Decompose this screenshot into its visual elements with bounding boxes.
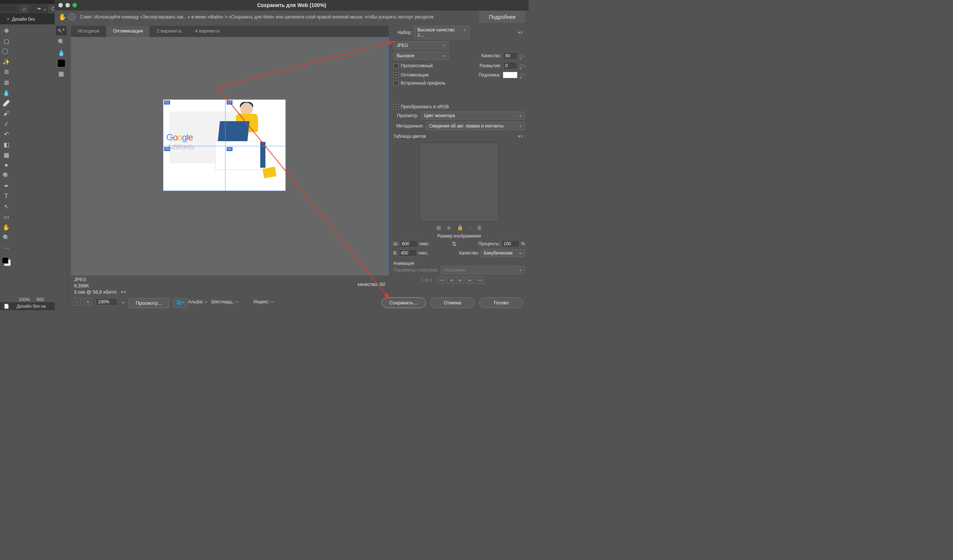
home-icon[interactable]: ⌂	[20, 5, 29, 13]
resample-select[interactable]: Бикубическая	[481, 249, 525, 257]
ct-icon[interactable]: ▫	[469, 224, 471, 230]
fg-color-swatch[interactable]	[2, 257, 8, 264]
preset-menu-icon[interactable]: ▾≡	[516, 30, 525, 35]
matte-swatch[interactable]	[503, 72, 518, 78]
first-frame-icon: ⏮	[438, 276, 445, 284]
eyedropper-tool-dlg[interactable]: 💧	[56, 48, 67, 58]
eyedropper-tool[interactable]: 💧	[2, 88, 11, 97]
frame-counter: 1 из 1	[421, 277, 433, 283]
zoom-out-icon[interactable]: −	[73, 298, 81, 305]
status-time: 3 сек @ 56,6 кбит/с	[74, 289, 117, 295]
slice-select-tool[interactable]: 🔍	[56, 37, 67, 46]
readout-hex: Шестнадц.: --	[211, 299, 238, 305]
slice-visibility-icon[interactable]: ▦	[56, 69, 67, 78]
tab-original[interactable]: Исходное	[71, 26, 106, 37]
done-button[interactable]: Готово	[479, 297, 523, 308]
type-tool[interactable]: T	[2, 191, 11, 201]
preset-select[interactable]: Высокое качество J…	[414, 26, 469, 39]
width-input[interactable]	[400, 240, 418, 248]
prev-frame-icon: ◀	[447, 276, 455, 284]
dialog-title: Сохранить для Web (100%)	[55, 2, 529, 8]
optimized-label: Оптимизация	[401, 73, 428, 77]
eyedropper-color[interactable]	[57, 59, 65, 67]
tab-optimized[interactable]: Оптимизация	[106, 26, 150, 37]
settings-panel: Набор: Высокое качество J… ▾≡ JPEG Высок…	[392, 24, 529, 310]
filename: Дизайн без на	[17, 304, 46, 309]
dodge-tool[interactable]: 🔍	[2, 171, 11, 180]
gradient-tool[interactable]: ▦	[2, 150, 11, 159]
matte-label: Подложка:	[479, 73, 501, 77]
next-frame-icon: ▶|	[467, 276, 474, 284]
embed-profile-checkbox[interactable]	[393, 80, 399, 86]
srgb-checkbox[interactable]: ✓	[393, 104, 399, 109]
cancel-button[interactable]: Отмена	[430, 297, 475, 308]
learn-more-button[interactable]: Подробнее	[480, 11, 525, 23]
save-button[interactable]: Сохранить…	[382, 297, 426, 308]
crop-tool[interactable]: ⧉	[2, 67, 11, 77]
embed-profile-label: Встроенный профиль	[401, 80, 445, 86]
color-table-label: Таблица цветов	[393, 134, 426, 139]
tab-4up[interactable]: 4 варианта	[189, 26, 227, 37]
quality-slider[interactable]	[520, 54, 525, 57]
link-icon[interactable]: ⇅	[451, 240, 457, 248]
view-select[interactable]: Цвет монитора	[421, 111, 525, 120]
path-select-tool[interactable]: ↖	[2, 202, 11, 211]
eraser-tool[interactable]: ◧	[2, 140, 11, 149]
chevron-down-icon[interactable]: ⌄	[121, 299, 125, 305]
progressive-label: Прогрессивный	[401, 63, 433, 68]
preview-canvas[interactable]: Google AdWords 01 02 03 04	[71, 37, 389, 275]
blur-tool[interactable]: ●	[2, 160, 11, 170]
magic-wand-tool[interactable]: ✨	[2, 57, 11, 67]
width-label: Ш:	[393, 241, 399, 246]
matte-menu[interactable]	[520, 74, 525, 76]
quality-input[interactable]	[503, 52, 518, 59]
move-tool[interactable]: ✥	[2, 26, 11, 36]
slice-badge: 04	[227, 147, 233, 151]
preview-button[interactable]: Просмотр…	[129, 298, 169, 308]
zoom-in-icon[interactable]: +	[84, 298, 92, 305]
rectangle-tool[interactable]: ▭	[2, 212, 11, 222]
color-table-menu-icon[interactable]: ▾≡	[516, 134, 525, 139]
status-menu-icon[interactable]: ▾≡	[119, 289, 128, 295]
frame-tool[interactable]: ⊠	[2, 77, 11, 87]
metadata-select[interactable]: Сведения об авт. правах и контакты	[426, 122, 525, 130]
format-select[interactable]: JPEG	[393, 41, 449, 50]
hand-icon[interactable]: ✋	[58, 13, 66, 21]
pen-tool[interactable]: ✒	[2, 181, 11, 190]
brush-icon[interactable]: ✒︎ ⌄	[37, 6, 47, 11]
tab-2up[interactable]: 2 варианта	[150, 26, 189, 37]
ct-icon[interactable]: ◈	[447, 224, 451, 230]
history-brush-tool[interactable]: ↶	[2, 129, 11, 139]
close-icon[interactable]: ×	[7, 16, 9, 22]
blur-input[interactable]	[503, 62, 518, 70]
quality-preset-select[interactable]: Высокое	[393, 52, 449, 60]
lasso-tool[interactable]: ⃝	[2, 46, 11, 56]
metadata-label: Метаданные:	[393, 124, 424, 128]
hand-tool[interactable]: ✋	[2, 222, 11, 232]
browser-preview-select[interactable]: 🌐	[173, 298, 188, 308]
percent-input[interactable]	[501, 240, 519, 248]
blur-slider[interactable]	[520, 64, 525, 67]
height-input[interactable]	[399, 249, 417, 257]
more-tools[interactable]: ⋯	[2, 243, 11, 253]
ct-icon[interactable]: 🗑	[477, 224, 482, 230]
file-icon: 📄	[4, 304, 9, 309]
blur-label: Размытие:	[480, 63, 501, 68]
zoom-tool[interactable]: 🔍	[2, 233, 11, 242]
ct-icon[interactable]: 🔒	[457, 224, 463, 230]
progressive-checkbox[interactable]	[393, 63, 399, 68]
healing-brush-tool[interactable]: 🩹	[2, 98, 11, 108]
hand-tool-dlg[interactable]: ↖*	[56, 26, 67, 36]
readout-alpha: Альфа: --	[188, 299, 207, 305]
ct-icon[interactable]: ▦	[436, 224, 441, 230]
tip-text: Совет. Используйте команду «Экспортирова…	[80, 14, 476, 20]
srgb-label: Преобразовать в sRGB	[401, 104, 449, 109]
brush-tool[interactable]: 🖌	[2, 108, 11, 118]
optimized-checkbox[interactable]: ✓	[393, 73, 399, 77]
marquee-tool[interactable]: ▢	[2, 36, 11, 46]
clone-stamp-tool[interactable]: ⎎	[2, 119, 11, 128]
status-size: 9,398K	[74, 283, 386, 288]
view-label: Просмотр:	[393, 113, 419, 118]
zoom-field[interactable]	[95, 298, 118, 305]
document-tab[interactable]: × Дизайн без	[3, 15, 39, 24]
